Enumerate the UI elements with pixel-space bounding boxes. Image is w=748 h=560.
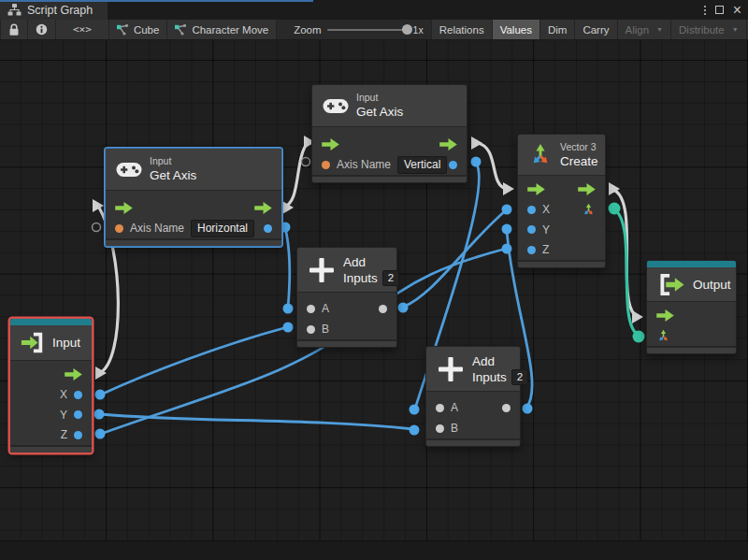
port-label: B [451, 422, 458, 435]
plus-icon [437, 355, 465, 383]
focused-window-indicator [0, 0, 313, 2]
node-footer [10, 445, 92, 452]
inputs-count-badge[interactable]: 2 [511, 369, 528, 385]
flow-icon[interactable] [578, 183, 596, 195]
port-label: B [322, 323, 329, 336]
maximize-icon[interactable] [715, 6, 724, 14]
flow-icon[interactable] [322, 138, 339, 151]
tab-script-graph[interactable]: Script Graph [0, 0, 108, 20]
dot-blue-icon[interactable] [74, 410, 82, 419]
align-dropdown[interactable]: Align▼ [618, 20, 672, 39]
node-row [647, 325, 736, 346]
inline-value-field[interactable]: Vertical [397, 156, 447, 174]
zoom-value: 1x [413, 24, 424, 36]
node-header[interactable]: Output [647, 267, 736, 302]
tab-title: Script Graph [27, 4, 93, 17]
flow-icon[interactable] [439, 138, 457, 151]
inline-value-field[interactable]: Horizontal [191, 220, 254, 237]
flow-icon[interactable] [656, 309, 674, 322]
dot-blue-icon[interactable] [264, 224, 272, 233]
graph-icon [175, 24, 187, 36]
node-vector3-create[interactable]: Vector 3CreateX YZ [517, 134, 606, 268]
node-get-axis-horizontal[interactable]: InputGet AxisAxis NameHorizontal [105, 148, 282, 247]
flow-icon[interactable] [65, 368, 82, 381]
dot-gray-icon[interactable] [379, 305, 387, 313]
node-header[interactable]: InputGet Axis [312, 85, 467, 127]
node-row: Z [518, 240, 605, 261]
node-title: Get Axis [150, 167, 196, 183]
dot-gray-icon[interactable] [502, 404, 511, 412]
dot-gray-icon[interactable] [307, 305, 315, 313]
inputs-count-badge[interactable]: 2 [382, 270, 399, 286]
node-header[interactable]: AddInputs2 [426, 347, 520, 392]
toggle-carry[interactable]: Carry [575, 20, 617, 39]
info-button[interactable] [28, 20, 56, 39]
node-title: Input [52, 335, 80, 351]
port-label: A [451, 401, 458, 414]
node-row: X [518, 200, 605, 221]
port-label: X [542, 203, 550, 216]
flow-icon[interactable] [254, 202, 272, 214]
zoom-slider[interactable] [327, 29, 408, 31]
node-header[interactable]: AddInputs2 [297, 248, 396, 293]
gamepad-icon [116, 162, 142, 178]
node-footer [647, 346, 736, 353]
node-header[interactable]: Vector 3Create [518, 135, 605, 176]
port-label: Z [61, 428, 67, 441]
dot-gray-icon[interactable] [307, 325, 315, 334]
node-header[interactable]: InputGet Axis [106, 149, 281, 191]
toggle-relations[interactable]: Relations [431, 20, 493, 39]
close-icon[interactable]: × [733, 4, 741, 16]
toggle-values[interactable]: Values [493, 20, 540, 39]
dot-blue-icon[interactable] [527, 246, 536, 254]
tab-bar: Script Graph × [0, 0, 748, 20]
node-add-1[interactable]: AddInputs2AB [296, 247, 397, 348]
dot-blue-icon[interactable] [527, 225, 536, 234]
window-menu-icon[interactable] [704, 6, 706, 15]
node-header[interactable]: Input [10, 325, 92, 361]
vector3-mini-icon[interactable] [656, 329, 670, 343]
node-kind-label: Input [150, 155, 196, 167]
dot-blue-icon[interactable] [74, 391, 82, 399]
node-title: Create [560, 153, 598, 169]
dot-gray-icon[interactable] [436, 404, 444, 412]
node-footer [312, 175, 467, 182]
node-row [106, 197, 281, 218]
node-kind-label: Vector 3 [560, 141, 598, 153]
port-label: Z [542, 243, 549, 256]
dot-orange-icon[interactable] [322, 161, 330, 169]
graph-toolbar: <×> Cube Character Move Zoom 1x Relation… [0, 20, 748, 40]
code-view-button[interactable]: <×> [56, 20, 109, 39]
gamepad-icon [323, 98, 349, 114]
node-output[interactable]: Output [646, 260, 737, 354]
node-row [10, 365, 92, 385]
node-input[interactable]: InputXYZ [9, 318, 93, 453]
vector3-icon [528, 143, 553, 167]
dot-blue-icon[interactable] [527, 206, 536, 214]
node-footer [106, 238, 281, 246]
dot-orange-icon[interactable] [115, 224, 123, 233]
breadcrumb-character-move[interactable]: Character Move [167, 20, 277, 39]
io-node-strip [647, 261, 736, 267]
plus-icon [308, 256, 336, 284]
lock-button[interactable] [0, 20, 28, 39]
flow-icon[interactable] [115, 202, 133, 214]
node-get-axis-vertical[interactable]: InputGet AxisAxis NameVertical [311, 84, 468, 183]
io-node-strip [10, 319, 92, 325]
vector3-mini-icon[interactable] [582, 203, 596, 217]
toggle-dim[interactable]: Dim [540, 20, 575, 39]
flow-icon[interactable] [527, 183, 545, 195]
port-label: Y [542, 223, 550, 237]
node-footer [297, 339, 396, 347]
breadcrumb-cube[interactable]: Cube [109, 20, 168, 39]
dot-blue-icon[interactable] [74, 431, 82, 439]
node-row: Y [10, 405, 92, 425]
dot-blue-icon[interactable] [449, 161, 457, 169]
zoom-slider-handle[interactable] [402, 24, 412, 35]
node-add-2[interactable]: AddInputs2AB [425, 346, 521, 447]
code-brackets-icon: <×> [73, 23, 92, 36]
node-footer [426, 438, 520, 446]
port-label: Axis Name [130, 222, 184, 235]
dot-gray-icon[interactable] [436, 424, 444, 433]
distribute-dropdown[interactable]: Distribute▼ [671, 20, 747, 39]
